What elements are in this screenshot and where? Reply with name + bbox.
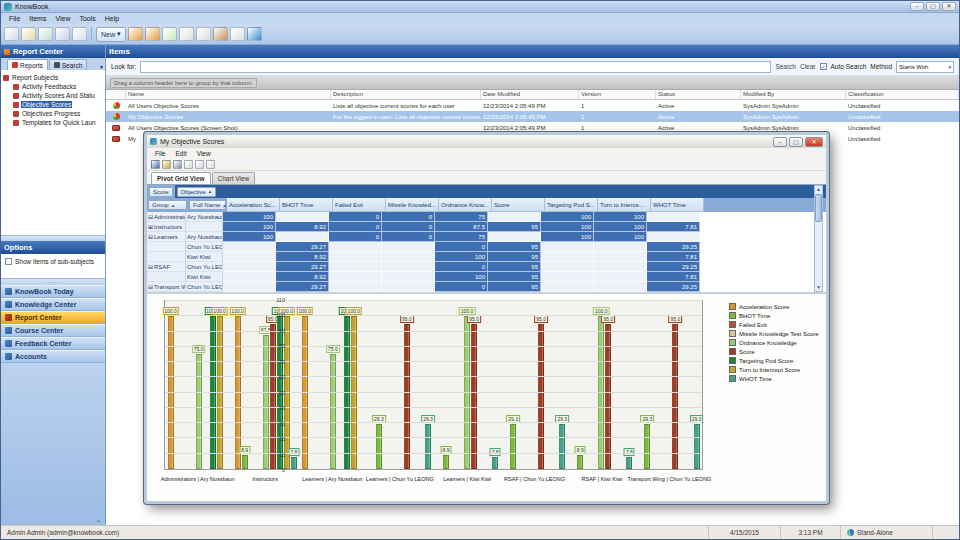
bar-ordnance-knowledge[interactable] [464, 316, 470, 469]
pivot-group-cell[interactable] [147, 252, 186, 262]
table-row[interactable]: My Objective ScoresFor the logged-in use… [106, 111, 959, 122]
bar-bhot-time[interactable] [443, 455, 449, 469]
close-button[interactable]: ✕ [942, 2, 956, 11]
dialog-title-bar[interactable]: My Objective Scores – ▢ ✕ [147, 135, 826, 148]
tree-item-activity-scores-and-statu[interactable]: Activity Scores And Statu [3, 91, 103, 100]
bar-bhot-time[interactable] [376, 424, 382, 469]
collapse-icon[interactable]: ⊟ [148, 214, 153, 220]
method-dropdown[interactable]: Starts With ▾ [896, 61, 954, 73]
pivot-column-acceleration-sc-[interactable]: Acceleration Sc... [227, 198, 280, 212]
bar-whot-time[interactable] [559, 424, 565, 469]
pivot-scrollbar[interactable]: ▲ ▼ [814, 185, 823, 292]
pivot-column-score[interactable]: Score [492, 198, 545, 212]
look-for-input[interactable] [140, 61, 771, 73]
nav-accounts[interactable]: Accounts [1, 350, 105, 363]
pivot-column-ordnance-know-[interactable]: Ordnance Know... [439, 198, 492, 212]
minimize-button[interactable]: – [910, 2, 924, 11]
tab-overflow-arrow-icon[interactable]: ▾ [100, 63, 103, 70]
bar-bhot-time[interactable] [242, 455, 248, 469]
pivot-group-cell[interactable]: ⊟Administrators [147, 212, 186, 222]
dialog-menu-file[interactable]: File [151, 150, 169, 157]
menu-help[interactable]: Help [101, 15, 123, 22]
new-note-icon[interactable] [38, 27, 53, 41]
group-by-bar[interactable]: Drag a column header here to group by th… [106, 76, 959, 90]
dialog-maximize-button[interactable]: ▢ [789, 137, 803, 147]
collapse-icon[interactable]: ⊟ [148, 234, 153, 240]
pivot-name-cell[interactable]: Kiwi Kiwi [186, 272, 223, 282]
pivot-name-cell[interactable]: Ary Nussbaun [186, 232, 223, 242]
nav-feedback-center[interactable]: Feedback Center [1, 337, 105, 350]
print-icon[interactable] [173, 160, 182, 169]
dialog-minimize-button[interactable]: – [773, 137, 787, 147]
pivot-name-cell[interactable]: Chun Yu LEONG [186, 242, 223, 252]
new-button[interactable]: New▾ [96, 27, 126, 42]
search-button[interactable]: Search [775, 63, 796, 70]
nav-overflow-chevron-icon[interactable]: ⌄ [96, 516, 101, 523]
page-disabled-icon[interactable] [179, 27, 194, 41]
show-subitems-checkbox[interactable] [5, 258, 12, 265]
menu-tools[interactable]: Tools [75, 15, 99, 22]
pivot-name-cell[interactable]: Kiwi Kiwi [186, 252, 223, 262]
group-field-button[interactable]: Group▲ [148, 200, 187, 210]
bar-turn-to-intercept-score[interactable] [351, 316, 357, 469]
briefcase-icon[interactable] [128, 27, 143, 41]
score-field-button[interactable]: Score [149, 187, 173, 197]
refresh-disabled-2-icon[interactable] [206, 160, 215, 169]
full-name-field-button[interactable]: Full Name▲ [189, 200, 226, 210]
sidebar-tab-reports[interactable]: Reports [7, 59, 48, 70]
bar-whot-time[interactable] [626, 457, 632, 469]
nav-knowbook-today[interactable]: KnowBook Today [1, 285, 105, 298]
column-header-classification[interactable]: Classification [846, 90, 959, 99]
scroll-down-icon[interactable]: ▼ [816, 284, 821, 291]
bar-whot-time[interactable] [492, 457, 498, 469]
column-header-modified-by[interactable]: Modified By [741, 90, 846, 99]
export-disabled-icon[interactable] [184, 160, 193, 169]
nav-report-center[interactable]: Report Center [1, 311, 105, 324]
bar-whot-time[interactable] [425, 424, 431, 469]
expand-icon[interactable]: ⊞ [148, 224, 153, 230]
pivot-group-cell[interactable] [147, 242, 186, 252]
bar-ordnance-knowledge[interactable] [598, 316, 604, 469]
bar-ordnance-knowledge[interactable] [263, 335, 269, 469]
bar-whot-time[interactable] [291, 457, 297, 469]
column-header-date-modified[interactable]: Date Modified [481, 90, 579, 99]
edit-icon[interactable] [162, 160, 171, 169]
sidebar-tab-search[interactable]: Search [49, 59, 88, 70]
pivot-group-cell[interactable]: ⊞Instructors [147, 222, 186, 232]
pivot-name-cell[interactable]: Ary Nussbaun [186, 212, 223, 222]
clear-button[interactable]: Clear [800, 63, 816, 70]
new-page-icon[interactable] [162, 27, 177, 41]
tree-root[interactable]: Report Subjects [3, 73, 103, 82]
auto-search-checkbox[interactable]: ✓ [820, 63, 827, 70]
dialog-close-button[interactable]: ✕ [805, 137, 823, 147]
page-disabled-3-icon[interactable] [230, 27, 245, 41]
column-header-description[interactable]: Description [331, 90, 481, 99]
pivot-column-bhot-time[interactable]: BHOT Time [280, 198, 333, 212]
pivot-group-cell[interactable]: ⊟Transport Wing [147, 282, 186, 292]
scroll-up-icon[interactable]: ▲ [816, 186, 821, 193]
pivot-column-targeting-pod-s-[interactable]: Targeting Pod S... [545, 198, 598, 212]
column-header-status[interactable]: Status [656, 90, 741, 99]
nav-course-center[interactable]: Course Center [1, 324, 105, 337]
tree-item-activity-feedbacks[interactable]: Activity Feedbacks [3, 82, 103, 91]
refresh-disabled-icon[interactable] [195, 160, 204, 169]
tree-item-objectives-progress[interactable]: Objectives Progress [3, 109, 103, 118]
bar-acceleration-score[interactable] [302, 316, 308, 469]
locked-book-icon[interactable] [213, 27, 228, 41]
bar-bhot-time[interactable] [577, 455, 583, 469]
pivot-column-failed-exit[interactable]: Failed Exit [333, 198, 386, 212]
maximize-button[interactable]: ▢ [926, 2, 940, 11]
menu-items[interactable]: Items [25, 15, 50, 22]
menu-file[interactable]: File [5, 15, 24, 22]
tree-item-templates-for-quick-laun[interactable]: Templates for Quick Laun [3, 118, 103, 127]
image-icon[interactable] [72, 27, 87, 41]
pivot-column-whot-time[interactable]: WHOT Time [651, 198, 704, 212]
bar-bhot-time[interactable] [644, 424, 650, 469]
briefcase-2-icon[interactable] [145, 27, 160, 41]
collapse-icon[interactable]: ⊟ [148, 264, 153, 270]
bar-bhot-time[interactable] [510, 424, 516, 469]
column-header-name[interactable]: Name [126, 90, 331, 99]
copy-icon[interactable] [4, 27, 19, 41]
pivot-column-missile-knowled-[interactable]: Missile Knowled... [386, 198, 439, 212]
dialog-menu-view[interactable]: View [193, 150, 215, 157]
